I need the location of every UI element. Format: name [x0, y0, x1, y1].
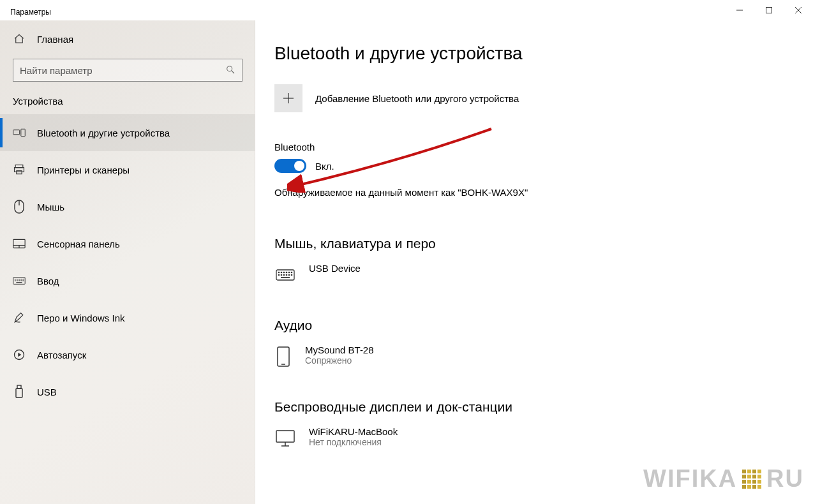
search-icon — [225, 64, 235, 77]
svg-rect-7 — [21, 129, 25, 136]
section-audio: Аудио — [274, 318, 794, 333]
svg-point-17 — [15, 279, 15, 279]
sidebar-item-mouse[interactable]: Мышь — [0, 188, 255, 225]
svg-point-40 — [291, 272, 292, 272]
svg-point-4 — [227, 66, 232, 71]
bluetooth-toggle-state: Вкл. — [315, 161, 334, 172]
sidebar-item-label: Перо и Windows Ink — [37, 313, 125, 323]
printer-icon — [13, 163, 26, 176]
keyboard-device-icon — [274, 264, 296, 286]
sidebar-home-label: Главная — [37, 34, 73, 45]
svg-point-37 — [283, 272, 284, 272]
sidebar-item-pen[interactable]: Перо и Windows Ink — [0, 299, 255, 336]
device-name: USB Device — [309, 263, 361, 274]
add-device-label: Добавление Bluetooth или другого устройс… — [315, 93, 519, 104]
home-icon — [13, 33, 26, 45]
sidebar-item-label: Автозапуск — [37, 350, 86, 360]
device-name: WiFiKARU-MacBook — [309, 426, 398, 437]
svg-rect-10 — [17, 171, 22, 174]
svg-point-25 — [21, 281, 22, 281]
watermark: WIFIKA RU — [643, 465, 804, 493]
sidebar-item-label: USB — [37, 387, 57, 397]
svg-rect-9 — [15, 168, 24, 172]
svg-point-18 — [17, 279, 17, 279]
search-input[interactable] — [20, 65, 211, 76]
section-mouse-keyboard-pen: Мышь, клавиатура и перо — [274, 236, 794, 251]
pen-icon — [13, 311, 26, 324]
sidebar-section-label: Устройства — [0, 96, 255, 114]
svg-point-19 — [19, 279, 20, 279]
svg-rect-30 — [17, 385, 21, 389]
svg-point-35 — [278, 272, 279, 272]
plus-icon — [274, 84, 302, 112]
device-status: Сопряжено — [305, 355, 374, 366]
add-device-row[interactable]: Добавление Bluetooth или другого устройс… — [274, 84, 794, 112]
sidebar-item-label: Сенсорная панель — [37, 239, 120, 249]
svg-rect-1 — [766, 8, 772, 13]
sidebar-item-label: Bluetooth и другие устройства — [37, 128, 170, 138]
touchpad-icon — [13, 239, 26, 249]
window-buttons — [725, 0, 813, 20]
monitor-device-icon — [274, 427, 296, 449]
svg-rect-50 — [276, 431, 294, 442]
device-audio[interactable]: MySound BT-28 Сопряжено — [274, 345, 794, 367]
title-bar: Параметры — [0, 0, 813, 20]
sidebar-item-usb[interactable]: USB — [0, 373, 255, 410]
bluetooth-toggle[interactable] — [274, 159, 306, 173]
svg-point-26 — [23, 281, 24, 281]
autoplay-icon — [13, 348, 26, 361]
device-status: Нет подключения — [309, 437, 398, 447]
maximize-button[interactable] — [754, 0, 784, 20]
svg-point-44 — [286, 274, 287, 275]
search-box[interactable] — [13, 59, 242, 82]
svg-point-20 — [21, 279, 22, 279]
mouse-icon — [13, 200, 26, 214]
svg-point-42 — [281, 274, 281, 275]
window-title: Параметры — [10, 4, 51, 17]
main-content: Bluetooth и другие устройства Добавление… — [255, 20, 813, 504]
svg-line-5 — [232, 71, 234, 73]
sidebar-home[interactable]: Главная — [0, 28, 255, 50]
sidebar-item-label: Ввод — [37, 276, 59, 286]
svg-point-21 — [23, 279, 24, 279]
phone-device-icon — [274, 346, 292, 367]
svg-point-39 — [288, 272, 289, 272]
usb-icon — [13, 385, 26, 399]
section-wireless-displays: Беспроводные дисплеи и док-станции — [274, 399, 794, 415]
device-usb[interactable]: USB Device — [274, 263, 794, 286]
svg-point-23 — [17, 281, 17, 281]
svg-point-46 — [291, 274, 292, 275]
svg-point-43 — [283, 274, 284, 275]
sidebar-item-bluetooth[interactable]: Bluetooth и другие устройства — [0, 114, 255, 151]
watermark-text-right: RU — [766, 465, 804, 493]
svg-point-45 — [288, 274, 289, 275]
minimize-button[interactable] — [725, 0, 754, 20]
sidebar: Главная Устройства Bluetooth и другие ус… — [0, 20, 255, 504]
watermark-text-left: WIFIKA — [643, 465, 737, 493]
device-wireless-display[interactable]: WiFiKARU-MacBook Нет подключения — [274, 426, 794, 449]
sidebar-item-touchpad[interactable]: Сенсорная панель — [0, 225, 255, 262]
keyboard-icon — [13, 276, 26, 285]
svg-rect-31 — [16, 389, 22, 397]
svg-point-41 — [278, 274, 279, 275]
annotation-arrow — [287, 116, 498, 193]
page-title: Bluetooth и другие устройства — [274, 43, 794, 64]
svg-rect-48 — [278, 347, 289, 366]
sidebar-item-label: Принтеры и сканеры — [37, 165, 130, 175]
devices-icon — [13, 128, 26, 138]
sidebar-item-printers[interactable]: Принтеры и сканеры — [0, 151, 255, 188]
svg-point-24 — [19, 281, 20, 281]
bluetooth-label: Bluetooth — [274, 142, 794, 152]
discoverable-text: Обнаруживаемое на данный момент как "BOH… — [274, 187, 794, 198]
sidebar-item-autoplay[interactable]: Автозапуск — [0, 336, 255, 373]
device-name: MySound BT-28 — [305, 345, 374, 355]
svg-point-38 — [286, 272, 287, 272]
svg-marker-29 — [18, 353, 21, 357]
close-button[interactable] — [784, 0, 813, 20]
qr-icon — [742, 470, 761, 489]
svg-rect-6 — [13, 130, 20, 135]
sidebar-item-label: Мышь — [37, 202, 64, 212]
svg-rect-8 — [15, 165, 23, 168]
svg-point-36 — [281, 272, 281, 272]
sidebar-item-typing[interactable]: Ввод — [0, 262, 255, 299]
